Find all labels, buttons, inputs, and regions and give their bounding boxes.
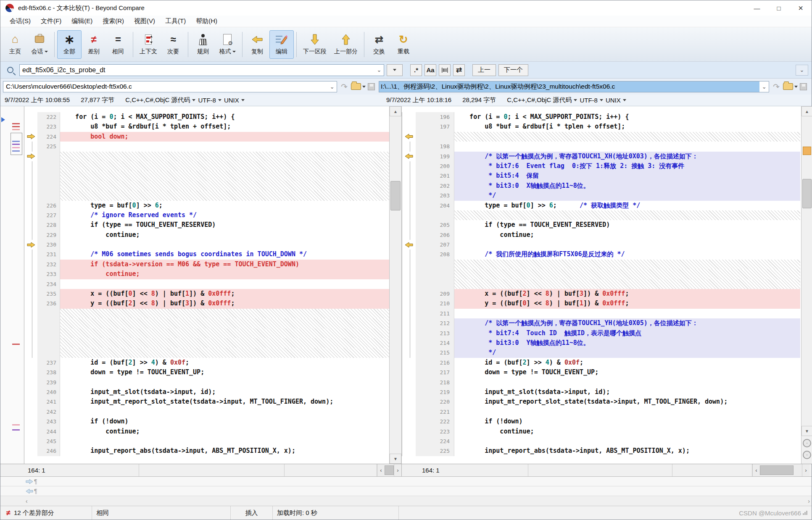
right-vertical-scrollbar[interactable]: ▲ ▼ ◦ ◦ xyxy=(801,106,812,464)
right-code-line[interactable]: * bit3:0 Y轴触摸点的11~8位。 xyxy=(454,338,800,348)
detail-scrollbar[interactable]: ‹ › xyxy=(0,496,812,506)
close-button[interactable]: × xyxy=(790,0,812,16)
search-input[interactable] xyxy=(20,66,374,74)
right-code-line[interactable]: u8 *buf = &rdbuf[i * tplen + offset]; xyxy=(454,122,800,131)
scroll-right-icon[interactable]: › xyxy=(394,464,401,476)
menu-item-0[interactable]: 会话(S) xyxy=(5,16,36,26)
right-code-line[interactable]: for (i = 0; i < MAX_SUPPORT_POINTS; i++)… xyxy=(454,112,800,122)
left-code-line[interactable]: if (tsdata->version == M06 && type == TO… xyxy=(60,260,389,269)
scroll-left-icon[interactable]: ‹ xyxy=(377,464,385,476)
toolbar-copy-button[interactable]: 复制 xyxy=(245,30,269,59)
scroll-left-icon[interactable]: ‹ xyxy=(26,498,28,504)
left-code-line[interactable]: for (i = 0; i < MAX_SUPPORT_POINTS; i++)… xyxy=(60,112,389,122)
browse-folder-icon[interactable] xyxy=(351,83,361,90)
search-expand-button[interactable]: ⌄ xyxy=(796,65,808,76)
right-code-line[interactable]: y = ((buf[0] << 8) | buf[1]) & 0x0fff; xyxy=(454,299,800,308)
left-code-line[interactable] xyxy=(60,152,389,161)
left-code-line[interactable]: continue; xyxy=(60,230,389,240)
right-code-line[interactable]: * bit7:6 Event flag 0:按下 1:释放 2: 接触 3: 没… xyxy=(454,161,800,171)
left-code-line[interactable] xyxy=(60,378,389,387)
left-code-line[interactable]: continue; xyxy=(60,269,389,279)
left-code-line[interactable] xyxy=(60,240,389,249)
right-gutter[interactable] xyxy=(402,152,416,161)
right-code-line[interactable] xyxy=(454,132,800,142)
folder-dropdown-icon[interactable] xyxy=(362,86,366,89)
right-code-line[interactable]: if (!down) xyxy=(454,417,800,426)
right-code-line[interactable]: continue; xyxy=(454,427,800,436)
browse-folder-icon[interactable] xyxy=(783,83,793,90)
right-code-line[interactable] xyxy=(454,309,800,318)
scrollbar-thumb[interactable] xyxy=(390,181,401,210)
toolbar-diffs-button[interactable]: ≠差别 xyxy=(82,30,106,59)
toolbar-swap-button[interactable]: ⇄交换 xyxy=(367,30,391,59)
left-gutter[interactable] xyxy=(24,132,37,142)
current-diff-locator[interactable] xyxy=(803,147,811,155)
right-code-line[interactable]: input_mt_report_slot_state(tsdata->input… xyxy=(454,397,800,407)
left-code-line[interactable]: input_mt_report_slot_state(tsdata->input… xyxy=(60,397,389,407)
left-code-line[interactable]: x = ((buf[0] << 8) | buf[1]) & 0x0fff; xyxy=(60,289,389,299)
menu-item-5[interactable]: 工具(T) xyxy=(160,16,191,26)
left-code-line[interactable] xyxy=(60,318,389,328)
right-code-line[interactable]: x = ((buf[2] << 8) | buf[3]) & 0x0fff; xyxy=(454,289,800,299)
right-code-line[interactable]: /* 以第一个触摸点为例，寄存器TOUCH1_YH(地址0X05)，各位描述如下… xyxy=(454,318,800,328)
diff-minimap[interactable] xyxy=(0,106,24,464)
right-code-line[interactable] xyxy=(454,142,800,151)
maximize-button[interactable]: □ xyxy=(768,0,790,16)
left-code-line[interactable]: bool down; xyxy=(60,132,389,142)
right-code-line[interactable] xyxy=(454,436,800,446)
menu-item-6[interactable]: 帮助(H) xyxy=(191,16,222,26)
copy-path-arrow-icon[interactable]: ↷ xyxy=(773,82,780,92)
pane-toggle-icon[interactable]: ◦ xyxy=(803,439,811,447)
right-eol-select[interactable]: UNIX xyxy=(606,97,626,104)
left-code-line[interactable] xyxy=(60,181,389,191)
menu-item-2[interactable]: 编辑(E) xyxy=(66,16,98,26)
folder-dropdown-icon[interactable] xyxy=(794,86,798,89)
search-combo-chevron-icon[interactable]: ⌄ xyxy=(374,65,384,76)
right-code-line[interactable]: * bit5:4 保留 xyxy=(454,171,800,181)
right-code-line[interactable]: input_report_abs(tsdata->input, ABS_MT_P… xyxy=(454,446,800,456)
scroll-down-icon[interactable]: ▼ xyxy=(801,426,812,436)
right-code-line[interactable]: /* 我们所使用的触摸屏和FT5X06是反过来的 */ xyxy=(454,249,800,259)
right-code-line[interactable] xyxy=(454,260,800,269)
toolbar-session-button[interactable]: 会话 xyxy=(27,30,52,59)
toolbar-all-button[interactable]: ∗全部 xyxy=(57,30,82,59)
right-syntax-select[interactable]: C,C++,C#,ObjC 源代码 xyxy=(507,96,577,104)
toolbar-minor-button[interactable]: ≈次要 xyxy=(161,30,185,59)
right-code-line[interactable]: type = buf[0] >> 6; /* 获取触摸类型 */ xyxy=(454,201,800,210)
left-code-line[interactable]: if (type == TOUCH_EVENT_RESERVED) xyxy=(60,220,389,230)
pane-toggle-icon[interactable]: ◦ xyxy=(803,451,811,459)
left-code-line[interactable] xyxy=(60,171,389,181)
left-vertical-scrollbar[interactable]: ▲ ▼ xyxy=(389,106,402,464)
left-code-line[interactable]: /* M06 sometimes sends bogus coordinates… xyxy=(60,249,389,259)
left-code-line[interactable] xyxy=(60,309,389,318)
save-file-icon[interactable] xyxy=(368,83,375,90)
left-code-line[interactable]: y = ((buf[2] << 8) | buf[3]) & 0x0fff; xyxy=(60,299,389,308)
toolbar-home-button[interactable]: ⌂主页 xyxy=(3,30,27,59)
left-encoding-select[interactable]: UTF-8 xyxy=(198,97,221,104)
right-code-line[interactable]: continue; xyxy=(454,230,800,240)
right-gutter[interactable] xyxy=(402,132,416,142)
left-gutter[interactable] xyxy=(24,152,37,161)
scroll-left-icon[interactable]: ‹ xyxy=(752,464,760,476)
right-code-line[interactable] xyxy=(454,279,800,289)
find-next-button[interactable]: 下一个 xyxy=(498,64,528,76)
left-syntax-select[interactable]: C,C++,C#,ObjC 源代码 xyxy=(125,96,195,104)
right-encoding-select[interactable]: UTF-8 xyxy=(580,97,603,104)
menu-item-4[interactable]: 视图(V) xyxy=(129,16,160,26)
left-code-line[interactable]: input_report_abs(tsdata->input, ABS_MT_P… xyxy=(60,446,389,456)
copy-path-arrow-icon[interactable]: ↷ xyxy=(341,82,348,92)
whole-word-button[interactable] xyxy=(439,64,451,76)
menu-item-1[interactable]: 文件(F) xyxy=(36,16,66,26)
left-code-line[interactable] xyxy=(60,436,389,446)
toolbar-rules-button[interactable]: 规则 xyxy=(191,30,215,59)
scroll-up-icon[interactable]: ▲ xyxy=(390,106,401,116)
right-code-line[interactable]: * bit3:0 X轴触摸点的11~8位。 xyxy=(454,181,800,191)
match-case-button[interactable]: Aa xyxy=(424,64,436,76)
toolbar-prev-part-button[interactable]: 上一部分 xyxy=(330,30,361,59)
left-gutter[interactable] xyxy=(24,240,37,249)
left-code-line[interactable] xyxy=(60,161,389,171)
toolbar-next-section-button[interactable]: 下一区段 xyxy=(299,30,330,59)
scrollbar-thumb[interactable] xyxy=(802,179,812,208)
find-previous-button[interactable]: 上一 xyxy=(472,64,496,76)
right-code-line[interactable]: down = type != TOUCH_EVENT_UP; xyxy=(454,368,800,377)
